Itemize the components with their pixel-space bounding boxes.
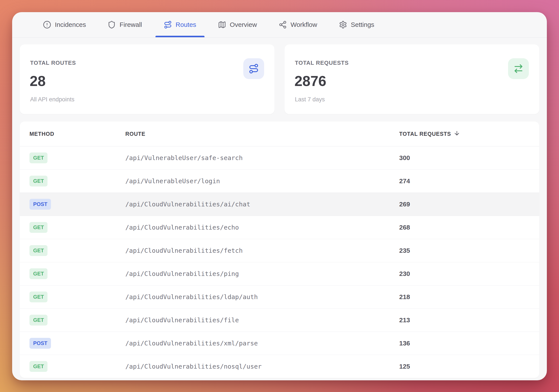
route-path: /api/CloudVulnerabilities/ai/chat [125,201,399,208]
column-header-method-label: METHOD [29,131,54,137]
tab-overview[interactable]: Overview [210,12,265,37]
stat-caption: All API endpoints [30,96,275,103]
method-cell: POST [29,199,125,210]
method-cell: GET [29,152,125,163]
tab-bar: IncidencesFirewallRoutesOverviewWorkflow… [12,12,547,37]
request-count: 268 [399,224,530,231]
method-cell: GET [29,268,125,279]
request-count: 269 [399,201,530,208]
tab-routes[interactable]: Routes [156,12,205,37]
tab-label: Routes [176,21,196,28]
table-header-row: METHOD ROUTE TOTAL REQUESTS [20,122,539,146]
main-panel: IncidencesFirewallRoutesOverviewWorkflow… [12,12,547,380]
map-icon [218,21,226,29]
method-badge: GET [29,176,47,187]
stats-row: TOTAL ROUTES28All API endpointsTOTAL REQ… [20,45,539,114]
route-path: /api/CloudVulnerabilities/xml/parse [125,339,399,347]
method-badge: GET [29,245,47,256]
method-cell: GET [29,361,125,372]
tab-label: Overview [230,21,257,28]
method-cell: GET [29,176,125,187]
request-count: 213 [399,316,530,324]
table-row[interactable]: GET/api/VulnerableUser/login274 [20,169,539,193]
shield-icon [108,21,116,29]
stat-value: 28 [30,73,275,89]
method-badge: GET [29,292,47,302]
stat-card-total-requests: TOTAL REQUESTS2876Last 7 days [284,45,539,114]
stat-label: TOTAL REQUESTS [295,60,539,66]
method-badge: POST [29,199,51,210]
table-row[interactable]: GET/api/CloudVulnerabilities/file213 [20,309,539,332]
method-cell: GET [29,245,125,256]
method-cell: GET [29,315,125,326]
route-path: /api/CloudVulnerabilities/ldap/auth [125,293,399,301]
tab-label: Incidences [55,21,86,28]
method-badge: GET [29,315,47,326]
method-cell: GET [29,222,125,233]
method-badge: GET [29,152,47,163]
method-cell: POST [29,338,125,349]
column-header-route: ROUTE [125,131,399,137]
table-row[interactable]: GET/api/CloudVulnerabilities/ldap/auth21… [20,285,539,309]
content-area: TOTAL ROUTES28All API endpointsTOTAL REQ… [12,37,547,378]
table-row[interactable]: GET/api/CloudVulnerabilities/nosql/user1… [20,355,539,378]
method-badge: GET [29,268,47,279]
request-count: 136 [399,339,530,347]
route-icon [243,58,264,79]
request-count: 274 [399,177,530,185]
route-path: /api/CloudVulnerabilities/fetch [125,247,399,254]
table-body: GET/api/VulnerableUser/safe-search300GET… [20,146,539,378]
method-badge: GET [29,361,47,372]
column-header-total-requests[interactable]: TOTAL REQUESTS [399,130,530,138]
sort-descending-icon [454,130,460,138]
tab-settings[interactable]: Settings [331,12,382,37]
stat-card-total-routes: TOTAL ROUTES28All API endpoints [20,45,275,114]
request-count: 125 [399,363,530,370]
table-row[interactable]: GET/api/CloudVulnerabilities/ping230 [20,262,539,285]
table-row[interactable]: POST/api/CloudVulnerabilities/ai/chat269 [20,193,539,216]
request-count: 235 [399,247,530,254]
table-row[interactable]: POST/api/CloudVulnerabilities/xml/parse1… [20,332,539,355]
tab-label: Settings [351,21,374,28]
request-count: 300 [399,154,530,161]
column-header-route-label: ROUTE [125,131,146,137]
route-path: /api/VulnerableUser/login [125,177,399,185]
table-row[interactable]: GET/api/CloudVulnerabilities/echo268 [20,216,539,239]
column-header-method: METHOD [29,131,125,137]
alert-circle-icon [43,21,51,29]
stat-caption: Last 7 days [295,96,539,103]
table-row[interactable]: GET/api/CloudVulnerabilities/fetch235 [20,239,539,262]
route-icon [164,21,172,29]
tab-incidences[interactable]: Incidences [35,12,94,37]
method-badge: GET [29,222,47,233]
table-row[interactable]: GET/api/VulnerableUser/safe-search300 [20,146,539,169]
arrows-icon [508,58,529,79]
stat-label: TOTAL ROUTES [30,60,275,66]
request-count: 218 [399,293,530,301]
method-badge: POST [29,338,51,349]
routes-table: METHOD ROUTE TOTAL REQUESTS GET/api/Vuln… [20,122,539,378]
gear-icon [339,21,347,29]
request-count: 230 [399,270,530,277]
route-path: /api/CloudVulnerabilities/nosql/user [125,363,399,370]
route-path: /api/CloudVulnerabilities/file [125,316,399,324]
route-path: /api/CloudVulnerabilities/ping [125,270,399,277]
tab-label: Firewall [120,21,142,28]
stat-value: 2876 [294,73,539,89]
route-path: /api/CloudVulnerabilities/echo [125,224,399,231]
route-path: /api/VulnerableUser/safe-search [125,154,399,161]
tab-workflow[interactable]: Workflow [270,12,326,37]
method-cell: GET [29,292,125,302]
share-icon [279,21,287,29]
column-header-total-requests-label: TOTAL REQUESTS [399,131,451,137]
tab-label: Workflow [290,21,317,28]
tab-firewall[interactable]: Firewall [99,12,150,37]
